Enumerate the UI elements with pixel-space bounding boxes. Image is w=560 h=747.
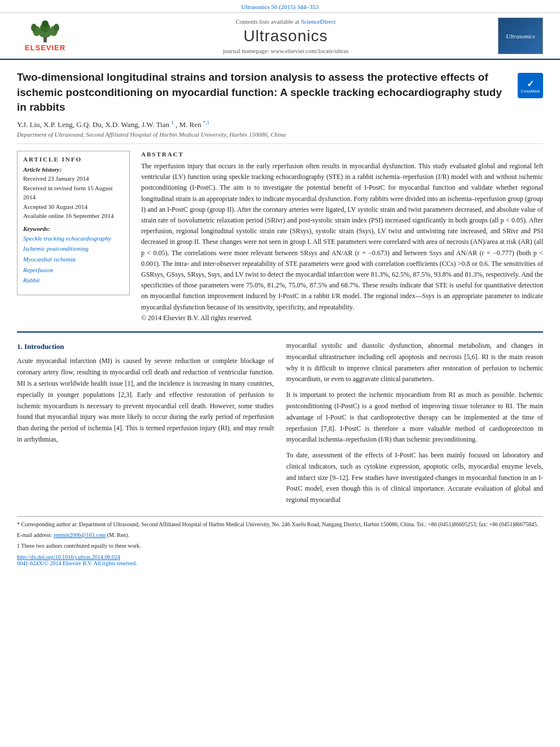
intro-heading: 1. Introduction	[17, 340, 274, 352]
abstract-section: ABSTRACT The reperfusion injury that occ…	[141, 151, 543, 324]
doi-link[interactable]: http://dx.doi.org/10.1016/j.ultras.2014.…	[17, 554, 120, 560]
footnotes: * Corresponding author at: Department of…	[17, 516, 543, 551]
accepted-date: Accepted 30 August 2014	[23, 202, 124, 212]
article-history-section: Article history: Received 23 January 201…	[23, 166, 124, 221]
publisher-logo-area: ELSEVIER	[11, 20, 79, 52]
author-sup1: 1	[171, 120, 174, 125]
article-info-column: ARTICLE INFO Article history: Received 2…	[17, 151, 130, 324]
keyword-3: Myocardial ischemia	[23, 254, 124, 265]
svg-point-6	[31, 24, 37, 32]
article-title-section: Two-dimensional longitudinal strains and…	[17, 60, 543, 144]
article-info-box: ARTICLE INFO Article history: Received 2…	[17, 151, 130, 295]
abstract-column: ABSTRACT The reperfusion injury that occ…	[141, 151, 543, 324]
journal-title-area: Contents lists available at ScienceDirec…	[79, 18, 492, 54]
sciencedirect-line: Contents lists available at ScienceDirec…	[79, 18, 492, 25]
intro-para4: To date, assessment of the effects of I-…	[286, 450, 543, 506]
journal-name: Ultrasonics	[79, 27, 492, 45]
footnote-equal: 1 These two authors contributed equally …	[17, 541, 543, 551]
sciencedirect-prefix: Contents lists available at	[235, 18, 300, 25]
keyword-4: Reperfusion	[23, 265, 124, 276]
footnote-corresponding: * Corresponding author at: Department of…	[17, 520, 543, 529]
elsevier-logo: ELSEVIER	[25, 20, 65, 52]
introduction-section: 1. Introduction Acute myocardial infarct…	[17, 340, 543, 510]
article-info-heading: ARTICLE INFO	[23, 156, 124, 163]
email-label: E-mail address:	[17, 532, 54, 538]
cover-thumbnail: Ultrasonics	[498, 18, 543, 54]
abstract-heading: ABSTRACT	[141, 151, 543, 158]
citation-text: Ultrasonics 56 (2015) 344–353	[241, 3, 318, 10]
doi-bar: http://dx.doi.org/10.1016/j.ultras.2014.…	[17, 554, 543, 566]
keyword-1: Speckle tracking echocardiography	[23, 233, 124, 244]
journal-cover-image: Ultrasonics	[492, 18, 549, 54]
available-date: Available online 16 September 2014	[23, 211, 124, 221]
revised-date: Received in revised form 15 August 2014	[23, 184, 124, 202]
svg-point-7	[54, 24, 59, 32]
authors-line: Y.J. Liu, X.P. Leng, G.Q. Du, X.D. Wang,…	[17, 120, 512, 129]
sciencedirect-link[interactable]: ScienceDirect	[301, 18, 336, 25]
article-history-heading: Article history:	[23, 166, 124, 173]
received-date: Received 23 January 2014	[23, 174, 124, 184]
issn-text: 0041-624X/© 2014 Elsevier B.V. All right…	[17, 560, 137, 566]
svg-point-3	[42, 20, 49, 27]
article-info-abstract: ARTICLE INFO Article history: Received 2…	[17, 151, 543, 324]
affiliation: Department of Ultrasound, Second Affilia…	[17, 131, 512, 138]
elsevier-tree-icon	[25, 20, 65, 42]
keywords-section: Keywords: Speckle tracking echocardiogra…	[23, 225, 124, 286]
author-last: , M. Ren	[176, 120, 202, 129]
keyword-5: Rabbit	[23, 275, 124, 286]
article-title: Two-dimensional longitudinal strains and…	[17, 70, 512, 115]
journal-citation: Ultrasonics 56 (2015) 344–353	[0, 0, 560, 13]
keyword-2: Ischemic postconditioning	[23, 243, 124, 254]
copyright-text: © 2014 Elsevier B.V. All rights reserved…	[141, 313, 543, 324]
journal-homepage: journal homepage: www.elsevier.com/locat…	[79, 47, 492, 54]
article-container: Two-dimensional longitudinal strains and…	[0, 60, 560, 578]
intro-col-right: myocardial systolic and diastolic dysfun…	[286, 340, 543, 510]
footnote-email-link[interactable]: renmin2006@163.com	[54, 532, 106, 538]
footnote-email: E-mail address: renmin2006@163.com (M. R…	[17, 531, 543, 540]
journal-header: ELSEVIER Contents lists available at Sci…	[0, 13, 560, 60]
intro-para3: It is important to protect the ischemic …	[286, 390, 543, 445]
intro-para2: myocardial systolic and diastolic dysfun…	[286, 340, 543, 385]
intro-col-left: 1. Introduction Acute myocardial infarct…	[17, 340, 274, 510]
abstract-text: The reperfusion injury that occurs in th…	[141, 161, 543, 313]
email-suffix: (M. Ren).	[107, 532, 129, 538]
author-last-sup: *,1	[203, 120, 209, 125]
crossmark-badge: ✓ CrossMark	[518, 73, 543, 98]
homepage-text: journal homepage: www.elsevier.com/locat…	[223, 47, 349, 54]
intro-para1: Acute myocardial infarction (MI) is caus…	[17, 356, 274, 445]
keywords-list: Speckle tracking echocardiography Ischem…	[23, 233, 124, 286]
elsevier-wordmark: ELSEVIER	[25, 43, 65, 52]
crossmark-icon: ✓ CrossMark	[518, 73, 543, 98]
section-divider	[17, 331, 543, 333]
cover-label: Ultrasonics	[506, 33, 535, 40]
authors: Y.J. Liu, X.P. Leng, G.Q. Du, X.D. Wang,…	[17, 120, 169, 129]
keywords-heading: Keywords:	[23, 225, 124, 232]
article-title-text: Two-dimensional longitudinal strains and…	[17, 70, 512, 138]
